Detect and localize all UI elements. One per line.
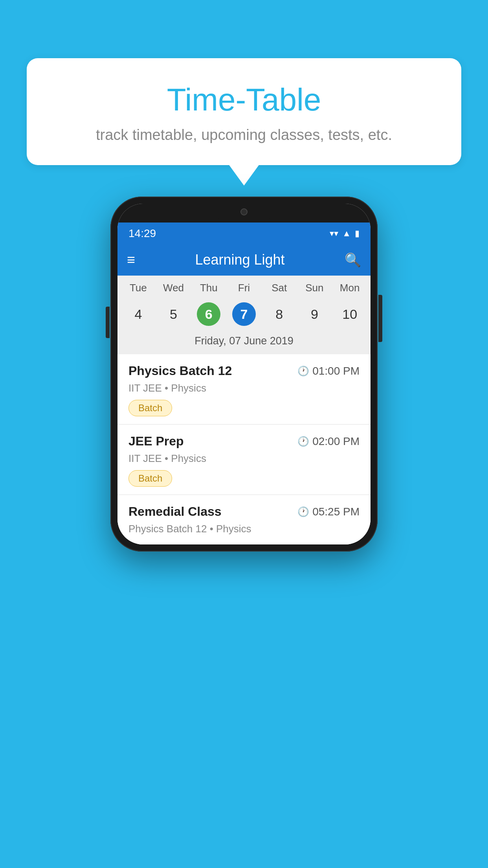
date-8[interactable]: 8 <box>262 300 297 328</box>
date-10[interactable]: 10 <box>332 300 367 328</box>
phone-outer-frame: 14:29 ▾▾ ▲ ▮ ≡ Learning Light 🔍 Tue Wed … <box>110 197 378 552</box>
app-bar: ≡ Learning Light 🔍 <box>117 244 371 276</box>
weekdays-row: Tue Wed Thu Fri Sat Sun Mon <box>117 282 371 298</box>
batch-badge-2: Batch <box>128 470 172 487</box>
battery-icon: ▮ <box>355 228 360 239</box>
date-4[interactable]: 4 <box>121 300 156 328</box>
date-9[interactable]: 9 <box>297 300 332 328</box>
status-icons: ▾▾ ▲ ▮ <box>330 228 360 239</box>
schedule-item-3-header: Remedial Class 🕐 05:25 PM <box>128 504 360 519</box>
signal-icon: ▲ <box>342 228 351 239</box>
app-title: Learning Light <box>143 252 337 268</box>
batch-badge-1: Batch <box>128 400 172 416</box>
schedule-item-1-header: Physics Batch 12 🕐 01:00 PM <box>128 364 360 378</box>
clock-icon-1: 🕐 <box>297 366 309 377</box>
status-time: 14:29 <box>128 227 156 240</box>
calendar-strip: Tue Wed Thu Fri Sat Sun Mon 4 5 <box>117 276 371 354</box>
dates-row: 4 5 6 7 8 9 <box>117 298 371 332</box>
selected-date-label: Friday, 07 June 2019 <box>117 332 371 354</box>
speech-bubble-section: Time-Table track timetable, upcoming cla… <box>27 58 461 165</box>
schedule-item-2-title: JEE Prep <box>128 434 184 449</box>
hamburger-icon[interactable]: ≡ <box>127 253 135 267</box>
weekday-sun: Sun <box>297 282 332 298</box>
schedule-item-1-time: 🕐 01:00 PM <box>297 365 360 377</box>
schedule-item-3-subtitle: Physics Batch 12 • Physics <box>128 523 360 535</box>
schedule-list: Physics Batch 12 🕐 01:00 PM IIT JEE • Ph… <box>117 354 371 544</box>
schedule-item-2-subtitle: IIT JEE • Physics <box>128 452 360 465</box>
weekday-thu: Thu <box>191 282 226 298</box>
weekday-fri: Fri <box>226 282 262 298</box>
schedule-item-2[interactable]: JEE Prep 🕐 02:00 PM IIT JEE • Physics Ba… <box>117 425 371 495</box>
schedule-item-2-time-text: 02:00 PM <box>312 435 360 448</box>
schedule-item-3[interactable]: Remedial Class 🕐 05:25 PM Physics Batch … <box>117 495 371 544</box>
schedule-item-2-time: 🕐 02:00 PM <box>297 435 360 448</box>
weekday-wed: Wed <box>156 282 191 298</box>
phone-screen: 14:29 ▾▾ ▲ ▮ ≡ Learning Light 🔍 Tue Wed … <box>117 204 371 544</box>
date-5[interactable]: 5 <box>156 300 191 328</box>
clock-icon-3: 🕐 <box>297 506 309 517</box>
weekday-tue: Tue <box>121 282 156 298</box>
schedule-item-2-header: JEE Prep 🕐 02:00 PM <box>128 434 360 449</box>
schedule-item-1-subtitle: IIT JEE • Physics <box>128 382 360 394</box>
weekday-mon: Mon <box>332 282 367 298</box>
weekday-sat: Sat <box>262 282 297 298</box>
wifi-icon: ▾▾ <box>330 228 338 239</box>
speech-bubble-card: Time-Table track timetable, upcoming cla… <box>27 58 461 165</box>
phone-notch <box>117 204 371 223</box>
search-icon[interactable]: 🔍 <box>345 252 361 268</box>
notch-cutout <box>213 204 275 220</box>
schedule-item-1-time-text: 01:00 PM <box>312 365 360 377</box>
status-bar: 14:29 ▾▾ ▲ ▮ <box>117 223 371 244</box>
camera-dot <box>240 208 248 215</box>
phone-mockup: 14:29 ▾▾ ▲ ▮ ≡ Learning Light 🔍 Tue Wed … <box>110 197 378 552</box>
clock-icon-2: 🕐 <box>297 436 309 447</box>
date-7-selected[interactable]: 7 <box>226 300 262 328</box>
schedule-item-3-title: Remedial Class <box>128 504 222 519</box>
bubble-title: Time-Table <box>46 82 442 118</box>
schedule-item-1[interactable]: Physics Batch 12 🕐 01:00 PM IIT JEE • Ph… <box>117 354 371 425</box>
schedule-item-1-title: Physics Batch 12 <box>128 364 232 378</box>
bubble-subtitle: track timetable, upcoming classes, tests… <box>46 127 442 143</box>
schedule-item-3-time: 🕐 05:25 PM <box>297 506 360 518</box>
date-6-today[interactable]: 6 <box>191 300 226 328</box>
schedule-item-3-time-text: 05:25 PM <box>312 506 360 518</box>
